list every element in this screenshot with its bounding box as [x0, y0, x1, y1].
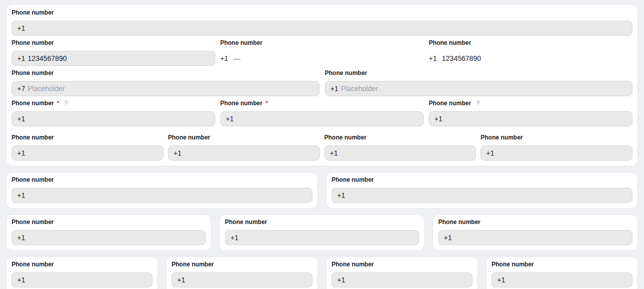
phone-input[interactable] — [28, 85, 314, 93]
country-code-prefix: +7 — [17, 85, 25, 93]
phone-input-box[interactable]: +1 — [12, 21, 632, 36]
field-label: Phone number — [12, 100, 54, 106]
country-code-prefix: +1 — [230, 234, 238, 242]
phone-input-box[interactable]: +1 — [429, 111, 632, 126]
phone-field-readonly-filled: Phone number +1 1234567890 — [429, 40, 632, 66]
field-label: Phone number — [12, 40, 54, 46]
phone-field: Phone number +1 — [12, 177, 312, 203]
field-label: Phone number — [220, 40, 263, 46]
country-code-prefix: +1 — [337, 191, 345, 199]
phone-input[interactable] — [454, 234, 627, 242]
country-code-prefix: +1 — [330, 149, 338, 157]
phone-field: Phone number +1 — [325, 134, 476, 161]
phone-input-box[interactable]: +1 — [168, 146, 320, 161]
field-label-row: Phone number — [480, 134, 632, 140]
phone-input[interactable] — [28, 54, 210, 62]
row-values: Phone number +1 Phone number +1 — — [12, 40, 632, 66]
help-icon[interactable]: ? — [476, 100, 479, 106]
phone-field: Phone number +1 — [12, 219, 206, 245]
phone-readonly-value: +1 1234567890 — [429, 51, 632, 66]
phone-input[interactable] — [28, 24, 627, 32]
phone-input-box[interactable]: +1 — [492, 272, 632, 287]
phone-field-filled: Phone number +1 — [12, 40, 215, 66]
row-placeholders: Phone number +7 Phone number +1 — [12, 70, 632, 96]
country-code-prefix: +1 — [444, 234, 452, 242]
phone-field: Phone number +1 — [172, 261, 312, 287]
phone-input[interactable] — [188, 276, 307, 284]
phone-input[interactable] — [236, 115, 419, 123]
field-label-row: Phone number — [12, 134, 164, 140]
field-label: Phone number — [492, 261, 534, 267]
phone-input[interactable] — [28, 234, 200, 242]
field-label: Phone number — [325, 70, 367, 76]
country-code-prefix: +1 — [177, 276, 185, 284]
country-code-prefix: +1 — [17, 54, 25, 62]
field-label: Phone number — [172, 261, 214, 267]
phone-card: Phone number +1 — [219, 214, 425, 251]
phone-field-full: Phone number +1 — [12, 10, 632, 36]
phone-field-required-help: Phone number * ? +1 — [12, 100, 215, 126]
phone-input[interactable] — [28, 276, 147, 284]
country-code-prefix: +1 — [17, 234, 25, 242]
field-label-row: Phone number — [172, 261, 312, 267]
phone-input-box[interactable]: +1 — [438, 230, 632, 245]
field-label-row: Phone number — [492, 261, 632, 267]
country-code-prefix: +1 — [337, 276, 345, 284]
phone-field: Phone number +1 — [225, 219, 419, 245]
phone-field: Phone number +1 — [492, 261, 632, 287]
phone-input-box[interactable]: +1 — [172, 272, 312, 287]
phone-input-box[interactable]: +1 — [325, 81, 633, 96]
phone-input-box[interactable]: +7 — [12, 81, 319, 96]
phone-field: Phone number +1 — [332, 261, 472, 287]
phone-field-required: Phone number * +1 — [220, 100, 424, 126]
field-label: Phone number — [12, 134, 54, 140]
field-label-row: Phone number — [325, 70, 633, 76]
phone-input-box[interactable]: +1 — [332, 188, 632, 203]
phone-input[interactable] — [497, 149, 627, 157]
field-label-row: Phone number — [12, 10, 632, 16]
field-label-row: Phone number — [168, 134, 320, 140]
row-four-columns: Phone number +1 Phone number +1 — [12, 134, 632, 161]
phone-input-box[interactable]: +1 — [12, 111, 215, 126]
help-icon[interactable]: ? — [64, 100, 68, 106]
phone-input-box[interactable]: +1 — [220, 111, 424, 126]
phone-input[interactable] — [241, 234, 414, 242]
phone-input-box[interactable]: +1 — [332, 272, 472, 287]
phone-input-box[interactable]: +1 — [325, 146, 476, 161]
main-card: Phone number +1 Phone number +1 — [6, 4, 638, 166]
phone-input[interactable] — [28, 191, 307, 199]
field-label: Phone number — [332, 177, 374, 183]
phone-input[interactable] — [508, 276, 627, 284]
phone-input-box[interactable]: +1 — [480, 146, 632, 161]
field-label-row: Phone number — [332, 261, 472, 267]
country-code-prefix: +1 — [497, 276, 505, 284]
phone-input[interactable] — [348, 276, 467, 284]
phone-input[interactable] — [184, 149, 314, 157]
phone-input[interactable] — [28, 115, 210, 123]
phone-input-box[interactable]: +1 — [12, 146, 164, 161]
phone-field-placeholder-ru: Phone number +7 — [12, 70, 319, 96]
phone-input[interactable] — [340, 149, 470, 157]
phone-input-box[interactable]: +1 — [12, 272, 152, 287]
country-code-prefix: +1 — [17, 149, 25, 157]
phone-input-box[interactable]: +1 — [12, 230, 206, 245]
required-asterisk: * — [266, 100, 268, 106]
phone-input-box[interactable]: +1 — [225, 230, 419, 245]
row-required-help: Phone number * ? +1 Phone number * — [12, 100, 632, 126]
phone-input[interactable] — [445, 115, 627, 123]
field-label-row: Phone number — [225, 219, 419, 225]
field-label-row: Phone number — [12, 40, 215, 46]
phone-input[interactable] — [28, 149, 158, 157]
phone-card: Phone number +1 — [6, 172, 318, 208]
phone-readonly-number: 1234567890 — [442, 54, 481, 62]
phone-input-box[interactable]: +1 — [12, 188, 312, 203]
field-label: Phone number — [12, 10, 54, 16]
phone-readonly-value: +1 — — [220, 51, 424, 66]
phone-input-box[interactable]: +1 — [12, 51, 215, 66]
phone-field: Phone number +1 — [168, 134, 320, 161]
phone-card: Phone number +1 — [326, 257, 478, 289]
phone-input[interactable] — [341, 85, 627, 93]
phone-input[interactable] — [348, 191, 627, 199]
phone-card: Phone number +1 — [166, 257, 318, 289]
phone-field: Phone number +1 — [480, 134, 632, 161]
